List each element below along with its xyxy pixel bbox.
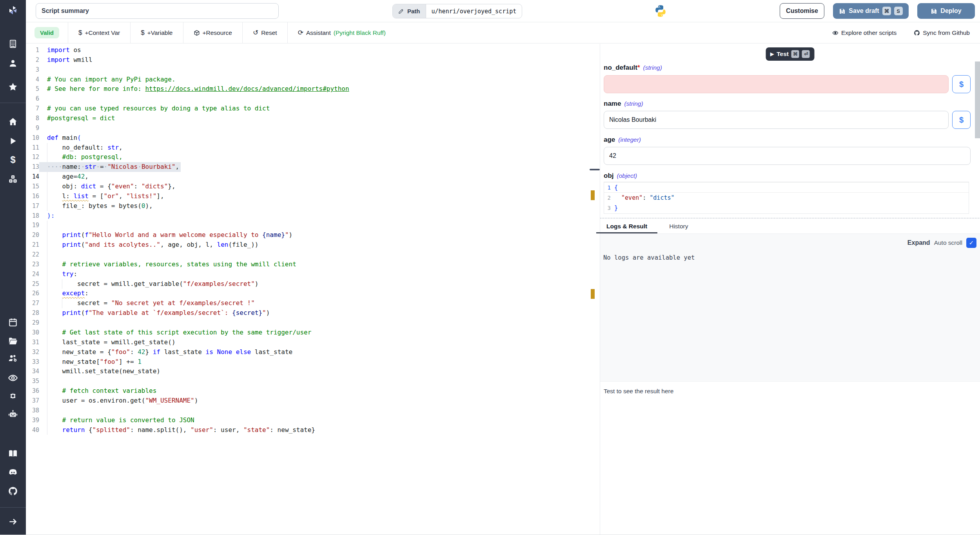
home-icon[interactable]: [7, 116, 19, 128]
code-line[interactable]: 5# See here for more info: https://docs.…: [26, 84, 600, 94]
add-variable-button[interactable]: $ +Variable: [131, 22, 183, 43]
test-label: Test: [777, 51, 789, 58]
line-number: 1: [26, 45, 39, 55]
folder-open-icon[interactable]: [7, 335, 19, 347]
no-default-input[interactable]: [604, 75, 949, 93]
code-line[interactable]: 14 age=42,: [26, 172, 600, 182]
boxes-icon[interactable]: [7, 173, 19, 185]
panel-vertical-resize-handle[interactable]: [600, 218, 980, 219]
path-badge[interactable]: Path u/henri/overjoyed_script: [392, 4, 522, 18]
reset-button[interactable]: ↺ Reset: [243, 22, 287, 43]
github-icon[interactable]: [7, 485, 19, 497]
code-line[interactable]: 13····name:·str·=·"Nicolas·Bourbaki",: [26, 162, 600, 172]
users-gear-icon[interactable]: [7, 352, 19, 364]
code-line[interactable]: 23 # retrieve variables, resources, stat…: [26, 260, 600, 269]
code-line[interactable]: 21 print("and its acolytes..", age, obj,…: [26, 240, 600, 250]
code-line[interactable]: 31 last_state = wmill.get_state(): [26, 338, 600, 347]
code-line[interactable]: 26 except:: [26, 289, 600, 298]
gear-icon[interactable]: [7, 390, 19, 402]
code-line[interactable]: 8#postgresql = dict: [26, 114, 600, 123]
discord-icon[interactable]: [7, 466, 19, 478]
code-line[interactable]: 39 # return value is converted to JSON: [26, 416, 600, 425]
code-line[interactable]: 22: [26, 250, 600, 260]
windmill-logo-icon[interactable]: [7, 4, 19, 16]
line-number: 36: [26, 386, 39, 396]
code-line[interactable]: 25 secret = wmill.get_variable("f/exampl…: [26, 279, 600, 289]
code-editor[interactable]: 1import os2import wmill34# You can impor…: [26, 44, 600, 535]
json-line[interactable]: 3}: [604, 203, 969, 213]
expand-button[interactable]: Expand: [907, 239, 930, 246]
obj-json-editor[interactable]: 1{2 "even": "dicts"3}: [604, 182, 969, 214]
json-line[interactable]: 2 "even": "dicts": [604, 193, 969, 203]
code-line[interactable]: 36 # fetch context variables: [26, 386, 600, 396]
sync-from-github-button[interactable]: Sync from Github: [914, 22, 970, 43]
line-number: 24: [26, 269, 39, 279]
tab-history[interactable]: History: [669, 219, 688, 233]
deploy-button[interactable]: Deploy: [917, 3, 975, 19]
code-line[interactable]: 32 new_state = {"foo": 42} if last_state…: [26, 347, 600, 357]
field-label-no-default: no_default* (string): [604, 64, 662, 72]
explore-other-scripts-button[interactable]: Explore other scripts: [832, 22, 897, 43]
code-line[interactable]: 15 obj: dict = {"even": "dicts"},: [26, 182, 600, 192]
arrow-right-icon[interactable]: [7, 516, 19, 528]
code-line[interactable]: 4# You can import any PyPi package.: [26, 75, 600, 85]
panel-resize-handle[interactable]: [590, 169, 600, 170]
test-button[interactable]: ▶ Test ⌘ ⏎: [766, 47, 815, 61]
save-draft-button[interactable]: Save draft ⌘ S: [833, 3, 909, 19]
tab-logs-result[interactable]: Logs & Result: [596, 219, 657, 233]
play-icon[interactable]: [7, 135, 19, 147]
sidebar: $: [0, 0, 26, 535]
code-line[interactable]: 10def main(: [26, 133, 600, 143]
robot-icon[interactable]: [7, 408, 19, 420]
code-line[interactable]: 9: [26, 123, 600, 133]
code-line[interactable]: 24 try:: [26, 269, 600, 279]
code-line[interactable]: 20 print(f"Hello World and a warm welcom…: [26, 230, 600, 240]
script-summary-input[interactable]: [36, 3, 279, 19]
code-line[interactable]: 33 new_state["foo"] += 1: [26, 357, 600, 367]
code-line[interactable]: 40 return {"splitted": name.split(), "us…: [26, 425, 600, 435]
book-open-icon[interactable]: [7, 448, 19, 459]
code-line[interactable]: 35: [26, 376, 600, 386]
code-line[interactable]: 27 secret = "No secret yet at f/examples…: [26, 298, 600, 308]
kbd-cmd: ⌘: [882, 7, 891, 15]
code-line[interactable]: 6: [26, 94, 600, 104]
add-context-var-button[interactable]: $ +Context Var: [68, 22, 130, 43]
panel-scrollbar[interactable]: [975, 61, 980, 138]
code-line[interactable]: 29: [26, 318, 600, 328]
code-line[interactable]: 11 no_default: str,: [26, 143, 600, 153]
code-line[interactable]: 28 print(f"The variable at `f/examples/s…: [26, 308, 600, 318]
code-line[interactable]: 34 wmill.set_state(new_state): [26, 367, 600, 376]
code-line[interactable]: 3: [26, 65, 600, 75]
code-line[interactable]: 18):: [26, 211, 600, 221]
dollar-icon[interactable]: $: [7, 154, 19, 166]
eye-icon[interactable]: [7, 372, 19, 384]
no-default-variable-picker-button[interactable]: $: [952, 75, 971, 93]
code-line[interactable]: 16 l: list = ["or", "lists!"],: [26, 192, 600, 201]
code-line[interactable]: 7# you can use typed resources by doing …: [26, 104, 600, 114]
autoscroll-checkbox[interactable]: ✓: [966, 238, 976, 248]
code-line[interactable]: 12 #db: postgresql,: [26, 152, 600, 162]
code-line[interactable]: 2import wmill: [26, 55, 600, 65]
line-number: 27: [26, 298, 39, 308]
line-number: 15: [26, 182, 39, 192]
line-number: 1: [604, 183, 614, 192]
code-line[interactable]: 1import os: [26, 45, 600, 55]
building-icon[interactable]: [7, 38, 19, 50]
line-number: 25: [26, 279, 39, 289]
star-icon[interactable]: [7, 81, 19, 93]
code-line[interactable]: 30 # Get last state of this script execu…: [26, 328, 600, 338]
code-line[interactable]: 38: [26, 406, 600, 416]
code-line[interactable]: 17 file_: bytes = bytes(0),: [26, 201, 600, 211]
json-line[interactable]: 1{: [604, 182, 969, 193]
user-icon[interactable]: [7, 58, 19, 69]
assistant-button[interactable]: ⟳ Assistant (Pyright Black Ruff): [288, 22, 396, 43]
calendar-icon[interactable]: [7, 316, 19, 328]
code-line[interactable]: 19: [26, 221, 600, 230]
add-resource-button[interactable]: +Resource: [183, 22, 242, 43]
assistant-linters-label: (Pyright Black Ruff): [334, 29, 386, 36]
name-variable-picker-button[interactable]: $: [952, 111, 971, 129]
age-input[interactable]: [604, 147, 971, 165]
customise-button[interactable]: Customise: [780, 3, 824, 19]
name-input[interactable]: [604, 111, 949, 129]
code-line[interactable]: 37 user = os.environ.get("WM_USERNAME"): [26, 396, 600, 406]
